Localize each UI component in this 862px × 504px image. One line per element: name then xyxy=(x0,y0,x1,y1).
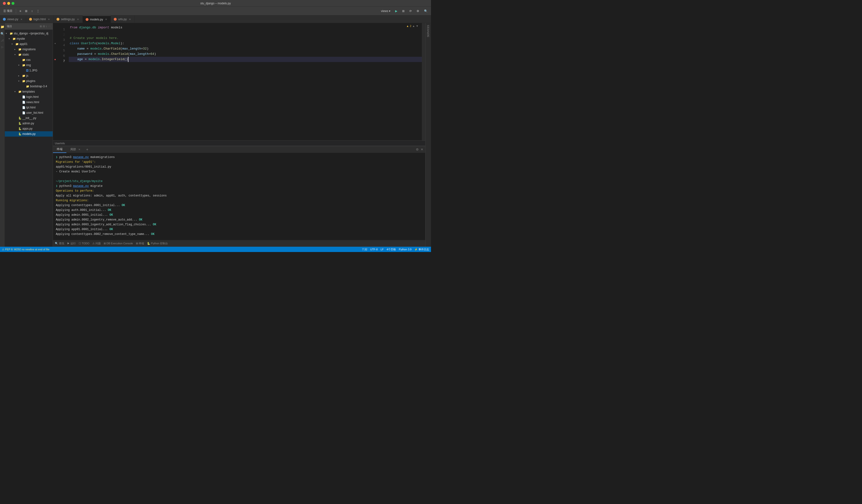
term-admin-0003-ok: OK xyxy=(153,223,156,226)
term-ct-0001-ok: OK xyxy=(122,204,125,207)
tree-item-news-html[interactable]: ▸ 📄 news.html xyxy=(5,100,53,105)
toolbar: ☰ 项目 ≡ ⊞ ↕ ⋮ views ▾ ▶ ⊞ ⟳ ⚙ 🔍 xyxy=(0,7,431,15)
tab-urls[interactable]: urls.py ✕ xyxy=(111,16,134,23)
tree-item-user-list-html[interactable]: ▸ 📄 user_list.html xyxy=(5,110,53,116)
chevron-up-icon[interactable]: ▲ xyxy=(412,25,415,27)
icon-init-py: 🐍 xyxy=(18,117,22,120)
tab-close-urls[interactable]: ✕ xyxy=(128,17,132,21)
tree-item-tpl-html[interactable]: ▸ 📄 tpl.html xyxy=(5,105,53,110)
tree-item-mysite[interactable]: ▾ 📁 mysite xyxy=(5,36,53,41)
tab-close-models[interactable]: ✕ xyxy=(104,18,108,21)
tree-item-migrations[interactable]: ▸ 📁 migrations xyxy=(5,47,53,52)
tree-item-init-py[interactable]: ▸ 🐍 __init__.py xyxy=(5,116,53,121)
close-button[interactable] xyxy=(3,2,6,5)
toolbar-icon-2[interactable]: ⟳ xyxy=(408,9,413,13)
chevron-down-icon[interactable]: ▼ xyxy=(416,25,418,27)
tree-item-css[interactable]: ▸ 📁 css xyxy=(5,57,53,63)
status-line-col[interactable]: 7:32 xyxy=(362,248,367,251)
terminal-output[interactable]: ❯ python3 manage.py makemigrations Migra… xyxy=(53,153,425,240)
run-button[interactable]: ▶ xyxy=(394,9,399,13)
bt-terminal[interactable]: ⊞ 终端 xyxy=(136,242,144,245)
tab-label-urls: urls.py xyxy=(118,17,127,21)
tab-close-settings[interactable]: ✕ xyxy=(76,17,80,21)
minimize-button[interactable] xyxy=(7,2,10,5)
views-dropdown[interactable]: views ▾ xyxy=(380,9,392,13)
sidebar-icon-4[interactable]: ⋯ xyxy=(48,25,51,28)
toolbar-btn-3[interactable]: ↕ xyxy=(30,9,34,13)
bt-python-console[interactable]: 🐍 Python 控制台 xyxy=(147,242,168,245)
activity-debug[interactable]: ▷ xyxy=(1,45,3,49)
bt-todo[interactable]: ☐ TODO xyxy=(79,242,89,245)
tree-item-bootstrap[interactable]: ▸ 📁 bootstrap-3.4 xyxy=(5,84,53,89)
tree-item-img[interactable]: ▾ 📁 img xyxy=(5,63,53,68)
bt-search[interactable]: 🔍 查找 xyxy=(55,242,64,245)
label-js: js xyxy=(26,74,52,77)
toolbar-btn-4[interactable]: ⋮ xyxy=(35,9,41,13)
project-menu[interactable]: ☰ 项目 xyxy=(2,9,14,13)
label-plugins: plugins xyxy=(26,79,52,83)
maximize-button[interactable] xyxy=(12,2,14,5)
status-indent[interactable]: 4个空格 xyxy=(387,248,396,251)
sidebar-icon-2[interactable]: ⊟ xyxy=(43,25,45,28)
icon-user-list-html: 📄 xyxy=(22,111,26,115)
search-button[interactable]: 🔍 xyxy=(422,9,429,13)
tab-close-login[interactable]: ✕ xyxy=(47,17,51,21)
toolbar-left: ☰ 项目 ≡ ⊞ ↕ ⋮ xyxy=(2,9,41,13)
tab-views[interactable]: views.py ✕ xyxy=(0,16,26,23)
kw-64: 64 xyxy=(151,51,154,57)
tree-item-app01[interactable]: ▾ 📁 app01 xyxy=(5,41,53,47)
local-tab-close[interactable]: ✕ xyxy=(78,148,80,151)
tree-item-1jpg[interactable]: ▸ 🖼 1.JPG xyxy=(5,68,53,73)
local-tab[interactable]: 局部 ✕ xyxy=(66,146,84,153)
term-line-cmd2: ❯ python3 manage.py migrate xyxy=(56,184,422,188)
tree-item-stu-django[interactable]: ▾ 📁 stu_django ~/project/stu_dj xyxy=(5,31,53,36)
tab-login[interactable]: login.html ✕ xyxy=(26,16,54,23)
sidebar-icon-1[interactable]: ⊞ xyxy=(40,25,42,28)
toolbar-btn-2[interactable]: ⊞ xyxy=(24,9,29,13)
toolbar-btn-1[interactable]: ≡ xyxy=(18,9,23,13)
term-manage-2[interactable]: manage.py xyxy=(73,184,89,188)
tree-item-admin-py[interactable]: ▸ 🐍 admin.py xyxy=(5,121,53,126)
icon-models-py: 🐍 xyxy=(18,132,22,136)
tab-settings[interactable]: settings.py ✕ xyxy=(54,16,82,23)
sidebar-icon-3[interactable]: ↕ xyxy=(46,25,48,28)
panel-settings-icon[interactable]: ⚙ xyxy=(416,148,419,151)
tree-item-login-html[interactable]: ▸ 📄 login.html xyxy=(5,94,53,100)
tree-item-apps-py[interactable]: ▸ 🐍 apps.py xyxy=(5,126,53,131)
status-eol[interactable]: LF xyxy=(380,248,383,251)
bt-db[interactable]: ⊞ DB Execution Console xyxy=(104,242,133,245)
tree-item-js[interactable]: ▸ 📁 js xyxy=(5,73,53,78)
bt-problems[interactable]: ⚠ 问题 xyxy=(92,242,101,245)
toolbar-icon-1[interactable]: ⊞ xyxy=(401,9,406,13)
activity-folder[interactable]: 📁 xyxy=(0,25,4,29)
term-auth-0001-text: Applying auth.0001_initial... xyxy=(56,209,108,212)
bt-run[interactable]: ▶ 运行 xyxy=(67,242,76,245)
editor-scrollbar[interactable] xyxy=(422,23,425,141)
tree-item-static[interactable]: ▾ 📁 static xyxy=(5,52,53,57)
add-tab-button[interactable]: + xyxy=(84,147,90,152)
panel-close-icon[interactable]: ✕ xyxy=(421,148,423,151)
tree-item-models-py[interactable]: ▸ 🐍 models.py xyxy=(5,131,53,136)
status-language[interactable]: Python 3.9 xyxy=(399,248,412,251)
status-events[interactable]: ⚡ 事件日志 xyxy=(414,248,429,251)
activity-search[interactable]: 🔍 xyxy=(0,32,4,36)
kw-eq-5: = xyxy=(85,46,90,51)
local-tab-label: 局部 xyxy=(70,147,76,151)
code-editor[interactable]: from django.db import models # Create yo… xyxy=(67,23,422,141)
status-encoding[interactable]: UTF-8 xyxy=(370,248,378,251)
tab-models[interactable]: models.py ✕ xyxy=(83,16,111,23)
right-bar-services[interactable]: SERVICES xyxy=(427,24,430,38)
tree-item-plugins[interactable]: ▾ 📁 plugins xyxy=(5,78,53,84)
activity-git[interactable]: ⎇ xyxy=(1,39,4,42)
content-area: 📁 🔍 ⎇ ▷ 项目 ⊞ ⊟ ↕ ⋯ ▾ 📁 stu_ xyxy=(0,23,431,247)
term-manage-1[interactable]: manage.py xyxy=(73,156,89,159)
tab-close-views[interactable]: ✕ xyxy=(20,17,23,21)
editor-content[interactable]: ▲ 2 ▲ ▼ ▾ xyxy=(53,23,425,141)
term-line-mig-file: app01/migrations/0001_initial.py xyxy=(56,164,422,169)
status-right: 7:32 UTF-8 LF 4个空格 Python 3.9 ⚡ 事件日志 xyxy=(362,248,429,251)
terminal-tab[interactable]: 终端 xyxy=(53,146,66,153)
gutter-line-2 xyxy=(53,30,57,36)
toolbar-icon-3[interactable]: ⚙ xyxy=(415,9,421,13)
arrow-app01: ▾ xyxy=(12,43,15,45)
tree-item-templates[interactable]: ▾ 📁 templates xyxy=(5,89,53,94)
